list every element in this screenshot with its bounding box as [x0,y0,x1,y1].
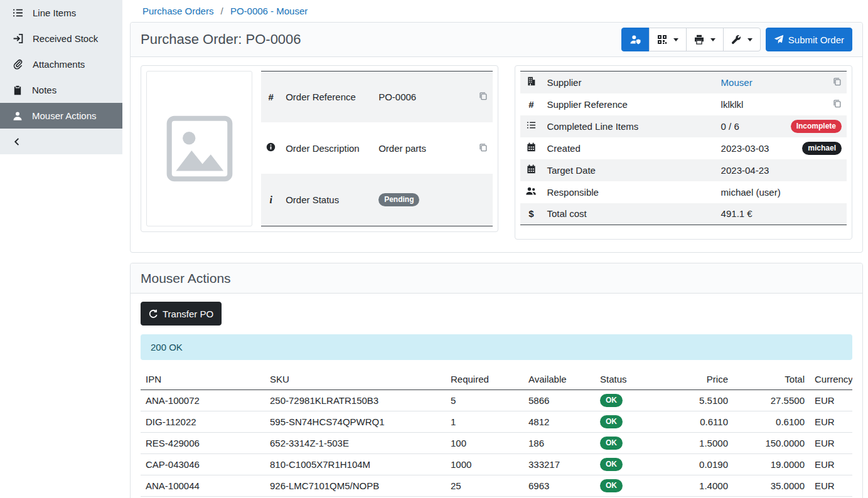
table-row: ANA-100072 250-72981KLRATR150B3 5 5866 O… [141,390,852,411]
cell-currency: EUR [810,390,852,411]
cell-price: 1.4000 [670,475,733,497]
detail-value: lklklkl [716,93,786,115]
incomplete-badge: Incomplete [791,120,842,133]
cell-price: 0.0190 [670,454,733,475]
column-header-available: Available [523,370,595,390]
tools-icon [731,34,741,45]
sidebar-item-line-items[interactable]: Line Items [0,0,122,26]
cell-sku: 250-72981KLRATR150B3 [265,390,446,411]
purchase-order-panel: Purchase Order: PO-0006 [130,22,863,253]
table-row: ANA-100044 926-LMC7101QM5/NOPB 25 6963 O… [141,475,852,497]
sidebar: Line Items Received Stock Attachments No… [0,0,122,498]
cell-total: 19.0000 [733,454,810,475]
detail-label: Supplier Reference [542,93,715,115]
sidebar-item-received-stock[interactable]: Received Stock [0,26,122,51]
submit-order-label: Submit Order [788,34,844,45]
status-alert: 200 OK [141,334,852,360]
sidebar-collapse-button[interactable] [0,129,122,154]
table-row: Completed Line Items 0 / 6 Incomplete [520,115,847,137]
cell-required: 1000 [446,454,523,475]
cell-available: 333217 [523,454,595,475]
paper-plane-icon [774,34,784,45]
breadcrumb-separator: / [221,6,223,16]
supplier-link[interactable]: Mouser [721,77,753,88]
table-row: RES-429006 652-3314Z-1-503E 100 186 OK 1… [141,433,852,454]
status-badge: OK [600,394,623,407]
detail-label: Order Description [281,122,373,174]
line-items-table: IPN SKU Required Available Status Price … [141,370,852,498]
printer-icon [694,34,704,45]
mouser-actions-panel-header: Mouser Actions [131,263,862,294]
column-header-ipn: IPN [141,370,265,390]
table-row: CAP-043046 810-C1005X7R1H104M 1000 33321… [141,454,852,475]
cell-ipn: DIG-112022 [141,411,265,433]
cell-ipn: RES-429006 [141,433,265,454]
cell-ipn: ANA-100072 [141,390,265,411]
order-status-badge: Pending [378,193,419,206]
copy-icon [479,92,488,100]
order-toolbar: Submit Order [621,28,852,51]
table-row: Created 2023-03-03 michael [520,137,847,159]
detail-label: Order Status [281,174,373,226]
order-details: # Order Reference PO-0006 Order Descript… [131,57,862,252]
detail-value: 2023-04-23 [716,159,786,181]
table-header-row: IPN SKU Required Available Status Price … [141,370,852,390]
cell-ipn: CAP-043046 [141,454,265,475]
cell-sku: 926-LMC7101QM5/NOPB [265,475,446,497]
submit-order-button[interactable]: Submit Order [766,28,852,51]
breadcrumb-link-purchase-orders[interactable]: Purchase Orders [142,6,213,16]
table-row: i Order Status Pending [261,174,493,226]
table-row: # Supplier Reference lklklkl [520,93,847,115]
order-action-button-group [621,28,761,51]
caret-down-icon [673,38,678,41]
table-row: # Order Reference PO-0006 [261,72,493,123]
detail-label: Order Reference [281,72,373,123]
detail-label: Created [542,137,715,159]
cell-currency: EUR [810,411,852,433]
breadcrumb: Purchase Orders / PO-0006 - Mouser [130,0,863,22]
detail-label: Completed Line Items [542,115,715,137]
sidebar-item-label: Notes [32,85,56,95]
order-image-placeholder[interactable] [146,71,252,226]
copy-button[interactable] [479,143,488,152]
cell-total: 27.5500 [733,390,810,411]
copy-button[interactable] [833,77,842,86]
status-badge: OK [600,479,623,492]
cell-price: 1.5000 [670,433,733,454]
sidebar-item-mouser-actions[interactable]: Mouser Actions [0,103,122,129]
refresh-icon [149,309,158,319]
main-content: Purchase Orders / PO-0006 - Mouser Purch… [122,0,868,498]
detail-value: 2023-03-03 [716,137,786,159]
clipboard-icon [13,85,23,95]
building-icon [527,77,536,86]
table-row: Order Description Order parts [261,122,493,174]
order-actions-dropdown-button[interactable] [723,28,761,51]
user-badge: michael [802,142,842,155]
copy-icon [833,77,842,86]
copy-button[interactable] [479,92,488,100]
page-title: Purchase Order: PO-0006 [141,31,301,48]
caret-down-icon [747,38,753,41]
dollar-icon: $ [528,208,533,219]
print-dropdown-button[interactable] [686,28,724,51]
calendar-icon [527,164,536,174]
column-header-currency: Currency [810,370,852,390]
status-badge: OK [600,415,623,428]
sidebar-item-notes[interactable]: Notes [0,77,122,103]
cell-available: 186 [523,433,595,454]
breadcrumb-link-current[interactable]: PO-0006 - Mouser [230,6,308,16]
cell-total: 35.0000 [733,475,810,497]
supplier-user-button[interactable] [621,28,650,51]
cell-currency: EUR [810,433,852,454]
cell-available: 5866 [523,390,595,411]
sign-in-icon [13,33,23,44]
copy-button[interactable] [833,99,842,108]
barcode-dropdown-button[interactable] [649,28,687,51]
cell-required: 1 [446,411,523,433]
sidebar-item-attachments[interactable]: Attachments [0,51,122,77]
detail-label: Supplier [542,72,715,93]
detail-value: 491.1 € [716,203,786,225]
cell-required: 5 [446,390,523,411]
transfer-po-button[interactable]: Transfer PO [141,302,222,326]
status-badge: OK [600,437,623,450]
